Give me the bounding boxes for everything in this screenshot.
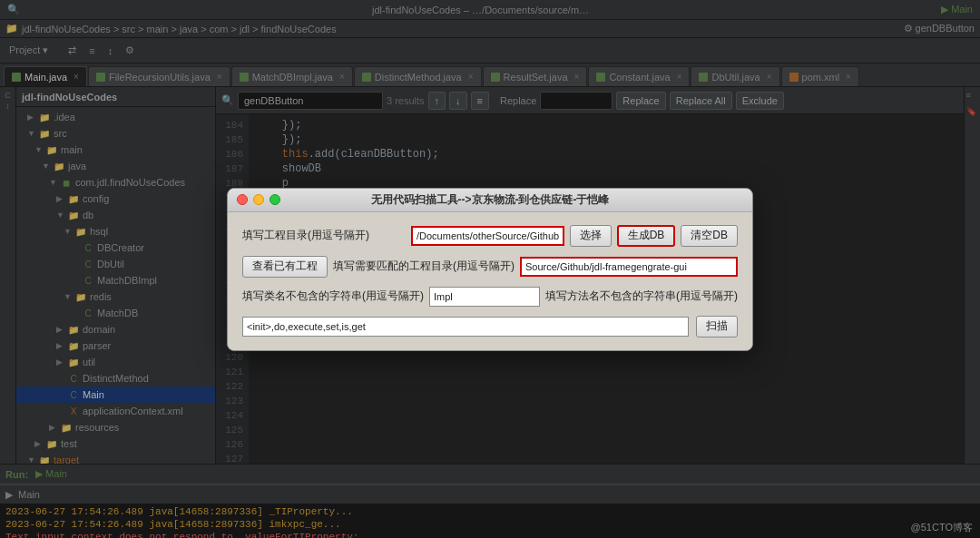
select-btn[interactable]: 选择 <box>570 225 612 247</box>
dialog-max-btn[interactable] <box>270 194 280 205</box>
row3-label2: 填写方法名不包含的字符串(用逗号隔开) <box>545 289 738 304</box>
match-path-input[interactable] <box>520 257 738 277</box>
dialog-min-btn[interactable] <box>253 194 264 205</box>
dialog-titlebar: 无用代码扫描工具-->京东物流-到仓供应链-于恺峰 <box>228 189 752 212</box>
generate-db-btn[interactable]: 生成DB <box>617 225 676 247</box>
row1-label: 填写工程目录(用逗号隔开) <box>242 228 406 243</box>
watermark: @51CTO博客 <box>911 521 973 534</box>
dialog: 无用代码扫描工具-->京东物流-到仓供应链-于恺峰 填写工程目录(用逗号隔开) … <box>227 188 753 351</box>
method-exclude-input[interactable] <box>242 317 689 337</box>
dialog-title: 无用代码扫描工具-->京东物流-到仓供应链-于恺峰 <box>228 192 752 208</box>
dialog-row-3: 填写类名不包含的字符串(用逗号隔开) 填写方法名不包含的字符串(用逗号隔开) <box>242 287 738 307</box>
row2-label: 填写需要匹配的工程目录(用逗号隔开) <box>333 259 514 274</box>
dialog-row-4: 扫描 <box>242 316 738 337</box>
project-path-input[interactable] <box>411 226 564 246</box>
class-exclude-input[interactable] <box>429 287 540 307</box>
clear-db-btn[interactable]: 清空DB <box>681 225 738 247</box>
dialog-close-btn[interactable] <box>237 194 248 205</box>
dialog-body: 填写工程目录(用逗号隔开) 选择 生成DB 清空DB 查看已有工程 填写需要匹配… <box>228 212 752 350</box>
scan-btn[interactable]: 扫描 <box>696 316 738 337</box>
view-existing-btn[interactable]: 查看已有工程 <box>242 256 328 278</box>
dialog-overlay: 无用代码扫描工具-->京东物流-到仓供应链-于恺峰 填写工程目录(用逗号隔开) … <box>0 0 980 538</box>
dialog-controls <box>237 194 280 205</box>
row3-label1: 填写类名不包含的字符串(用逗号隔开) <box>242 289 424 304</box>
dialog-row-1: 填写工程目录(用逗号隔开) 选择 生成DB 清空DB <box>242 225 738 247</box>
dialog-row-2: 查看已有工程 填写需要匹配的工程目录(用逗号隔开) <box>242 256 738 278</box>
